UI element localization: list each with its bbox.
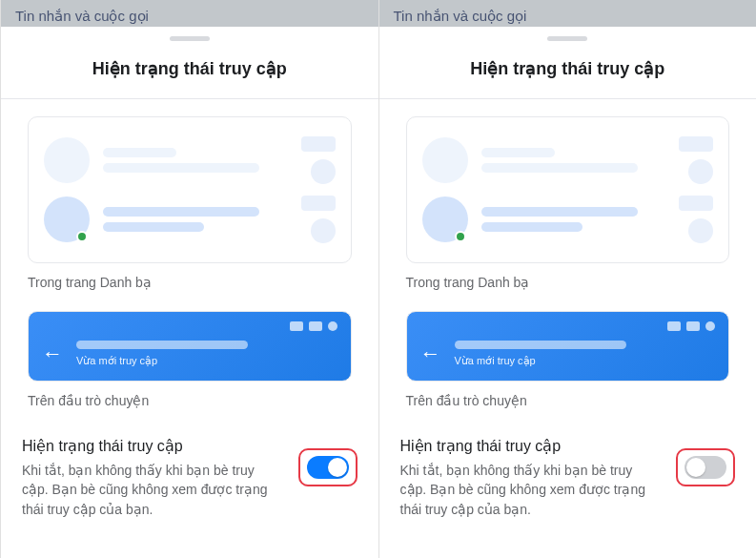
- placeholder-icon: [688, 159, 713, 184]
- back-arrow-icon: ←: [42, 343, 63, 364]
- contacts-caption: Trong trang Danh bạ: [28, 275, 352, 290]
- setting-title: Hiện trạng thái truy cập: [400, 437, 662, 455]
- active-status-label: Vừa mới truy cập: [76, 355, 337, 367]
- chat-header-preview-card: ← Vừa mới truy cập: [406, 311, 730, 382]
- placeholder-icon: [311, 159, 336, 184]
- active-status-dot-icon: [76, 231, 88, 242]
- chat-header-preview-card: ← Vừa mới truy cập: [28, 311, 352, 382]
- contacts-preview-card: [28, 116, 352, 263]
- active-status-label: Vừa mới truy cập: [455, 355, 716, 367]
- page-title: Hiện trạng thái truy cập: [1, 41, 378, 99]
- toggle-knob: [686, 458, 705, 477]
- skeleton-line: [103, 148, 176, 157]
- avatar-placeholder: [44, 137, 90, 183]
- active-status-setting-row: Hiện trạng thái truy cập Khi tắt, bạn kh…: [379, 408, 757, 519]
- active-status-setting-row: Hiện trạng thái truy cập Khi tắt, bạn kh…: [1, 408, 378, 519]
- skeleton-line: [103, 163, 259, 173]
- setting-title: Hiện trạng thái truy cập: [22, 437, 283, 455]
- chat-header-caption: Trên đầu trò chuyện: [28, 393, 352, 408]
- list-item: [422, 131, 714, 190]
- skeleton-line: [103, 207, 259, 217]
- toggle-knob: [328, 458, 347, 477]
- highlight-annotation: [298, 448, 358, 486]
- avatar-placeholder: [422, 137, 468, 183]
- active-status-dot-icon: [455, 231, 466, 242]
- content-area: Trong trang Danh bạ ← Vừa mới truy cập T…: [1, 99, 378, 408]
- dim-overlay: [1, 0, 378, 27]
- window-icon: [290, 321, 303, 331]
- skeleton-line: [76, 341, 248, 349]
- active-status-toggle[interactable]: [684, 456, 726, 479]
- contacts-caption: Trong trang Danh bạ: [406, 275, 730, 290]
- content-area: Trong trang Danh bạ ← Vừa mới truy cập T…: [379, 99, 757, 408]
- skeleton-line: [481, 163, 638, 173]
- bottom-sheet-panel: Hiện trạng thái truy cập: [1, 27, 378, 558]
- placeholder-icon: [301, 196, 336, 211]
- screen-right: Tin nhắn và cuộc gọi Hiện trạng thái tru…: [378, 0, 757, 558]
- contacts-preview-card: [406, 116, 730, 263]
- window-icon: [309, 321, 322, 331]
- placeholder-icon: [679, 196, 713, 211]
- page-title: Hiện trạng thái truy cập: [379, 41, 757, 99]
- skeleton-line: [103, 222, 204, 232]
- bottom-sheet-panel: Hiện trạng thái truy cập: [379, 27, 757, 558]
- list-item: [422, 190, 714, 249]
- setting-description: Khi tắt, bạn không thấy khi bạn bè truy …: [400, 461, 662, 519]
- placeholder-icon: [688, 218, 713, 243]
- skeleton-line: [481, 148, 555, 157]
- screen-left: Tin nhắn và cuộc gọi Hiện trạng thái tru…: [0, 0, 378, 558]
- placeholder-icon: [301, 136, 336, 152]
- skeleton-line: [455, 341, 626, 349]
- window-icon: [328, 321, 337, 331]
- dim-overlay: [379, 0, 757, 27]
- setting-description: Khi tắt, bạn không thấy khi bạn bè truy …: [22, 461, 283, 519]
- window-icon: [667, 321, 681, 331]
- window-icon: [686, 321, 700, 331]
- placeholder-icon: [311, 218, 336, 243]
- list-item: [44, 190, 336, 249]
- active-status-toggle[interactable]: [307, 456, 349, 479]
- back-arrow-icon: ←: [420, 343, 441, 364]
- highlight-annotation: [676, 448, 735, 486]
- window-icon: [705, 321, 715, 331]
- chat-header-caption: Trên đầu trò chuyện: [406, 393, 730, 408]
- list-item: [44, 131, 336, 190]
- skeleton-line: [481, 207, 638, 217]
- skeleton-line: [481, 222, 582, 232]
- placeholder-icon: [679, 136, 713, 152]
